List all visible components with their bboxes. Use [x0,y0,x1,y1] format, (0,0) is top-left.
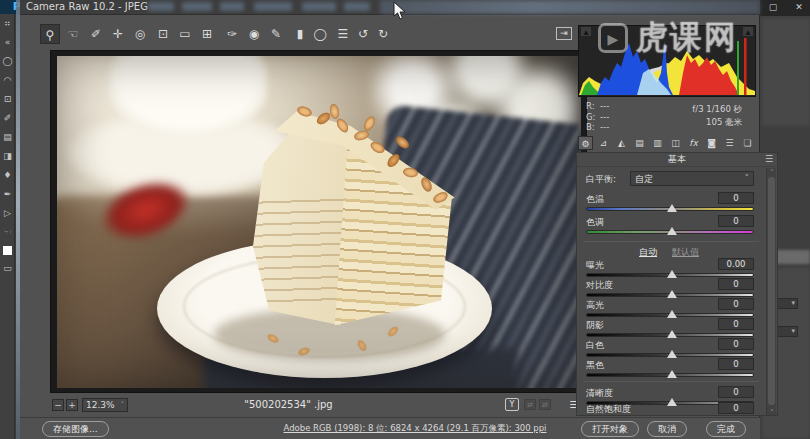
scroll-up-icon[interactable]: ˄ [767,168,777,175]
exposure-slider[interactable] [586,273,754,277]
highlight-clipping-icon[interactable]: ▲ [743,27,753,36]
adjustment-brush-tool[interactable]: ✎ [266,24,286,44]
before-after-swap-button[interactable]: ⇄ [524,399,536,410]
tab-hsl-grayscale[interactable]: ▤ [632,136,647,150]
background-color-swatch[interactable]: ▭ [0,259,15,278]
brush-tool-icon[interactable]: ✐ [0,109,15,128]
slider-thumb[interactable] [667,204,677,212]
hand-tool[interactable]: ☜ [63,24,83,44]
slider-thumb[interactable] [667,290,677,298]
whites-value[interactable]: 0 [718,338,754,350]
done-button[interactable]: 完成 [706,421,746,437]
foreground-color-swatch[interactable] [3,246,12,255]
contrast-value[interactable]: 0 [718,278,754,290]
white-balance-value: 自定 [635,174,653,184]
maximize-button[interactable]: ▢ [766,1,780,14]
open-object-button[interactable]: 打开对象 [581,421,639,437]
shadows-value[interactable]: 0 [718,318,754,330]
slider-thumb[interactable] [667,227,677,235]
auto-link[interactable]: 自动 [639,247,657,257]
rgb-values: R:--- G:--- B:--- [586,101,609,133]
crop-tool-icon[interactable]: ⊡ [0,90,15,109]
default-link[interactable]: 默认值 [672,247,699,257]
toggle-fullscreen-button[interactable]: ⇥ [556,27,572,40]
tint-slider[interactable] [586,230,754,234]
rotate-left-button[interactable]: ↺ [353,24,373,44]
targeted-adjustment-tool[interactable]: ◎ [130,24,150,44]
white-balance-select[interactable]: 自定 ˅ [630,171,754,186]
radial-filter-tool[interactable]: ◯ [310,24,330,44]
temperature-value[interactable]: 0 [718,192,754,204]
close-button[interactable]: ✕ [792,1,806,14]
slider-thumb[interactable] [667,310,677,318]
collapse-panels-icon[interactable]: « [0,33,15,52]
before-after-copy-button[interactable]: ⇄ [539,399,551,410]
tint-label: 色调 [586,216,604,229]
blacks-slider[interactable] [586,373,754,377]
vibrance-value[interactable]: 0 [718,402,754,414]
spot-removal-tool[interactable]: ✑ [222,24,242,44]
contrast-label: 对比度 [586,279,613,292]
hand-tool-icon[interactable]: ☜ [0,223,15,242]
eraser-tool-icon[interactable]: ◨ [0,147,15,166]
ps-tool-icon[interactable]: ⠶ [0,14,15,33]
cancel-button[interactable]: 取消 [647,421,687,437]
preferences-button[interactable]: ☰ [333,24,353,44]
slider-thumb[interactable] [667,350,677,358]
exposure-value[interactable]: 0.00 [718,258,754,270]
panel-menu-icon[interactable]: ☰ [765,154,773,164]
straighten-tool[interactable]: ▭ [175,24,195,44]
stamp-tool-icon[interactable]: ▤ [0,128,15,147]
whites-slider[interactable] [586,353,754,357]
tab-detail[interactable]: ◭ [614,136,629,150]
preview-mode-toggle[interactable]: Y [505,398,519,411]
shadows-control: 阴影 0 [586,319,754,339]
workflow-options-link[interactable]: Adobe RGB (1998): 8 位: 6824 x 4264 (29.1… [250,423,580,435]
tab-tone-curve[interactable]: ⊿ [596,136,611,150]
rotate-right-button[interactable]: ↻ [373,24,393,44]
shadows-label: 阴影 [586,319,604,332]
blur-tool-icon[interactable]: ♦ [0,166,15,185]
zoom-tool[interactable]: ⚲ [40,24,60,44]
dialog-titlebar[interactable]: Camera Raw 10.2 - JPEG [20,0,760,15]
histogram[interactable]: ▲ ▲ [578,25,756,97]
temperature-slider[interactable] [586,207,754,211]
lasso-tool-icon[interactable]: ◠ [0,71,15,90]
shadows-slider[interactable] [586,333,754,337]
tint-control: 色调 0 [586,216,754,236]
photo-preview[interactable] [57,56,581,388]
save-image-button[interactable]: 存储图像... [42,421,109,437]
pen-tool-icon[interactable]: ✒ [0,185,15,204]
tab-snapshots[interactable]: ❏ [740,136,755,150]
slider-thumb[interactable] [667,370,677,378]
tab-split-toning[interactable]: ▥ [650,136,665,150]
white-balance-tool[interactable]: ✐ [86,24,106,44]
red-eye-tool[interactable]: ◉ [244,24,264,44]
shadow-clipping-icon[interactable]: ▲ [581,27,591,36]
scrollbar-thumb[interactable] [768,177,775,405]
transform-tool[interactable]: ⊞ [197,24,217,44]
blacks-value[interactable]: 0 [718,358,754,370]
marquee-tool-icon[interactable]: ◯ [0,52,15,71]
slider-thumb[interactable] [667,270,677,278]
tint-value[interactable]: 0 [718,215,754,227]
crop-tool[interactable]: ⊡ [153,24,173,44]
highlights-value[interactable]: 0 [718,298,754,310]
tab-effects[interactable]: fx [686,136,701,150]
chevron-down-icon: ˅ [745,173,750,183]
tab-basic[interactable]: ⚙ [578,136,593,150]
preview-canvas[interactable] [50,50,587,393]
tab-camera-calibration[interactable]: ◙ [704,136,719,150]
clarity-value[interactable]: 0 [718,386,754,398]
tab-lens-corrections[interactable]: ◫ [668,136,683,150]
screen: Ps ⠶ « ◯ ◠ ⊡ ✐ ▤ ◨ ♦ ✒ ▷ ☜ ▭ ⋮ ▾ ▾ ▢ ✕ C… [0,0,810,439]
slider-thumb[interactable] [667,330,677,338]
panel-scrollbar[interactable]: ˄ ˅ [766,168,776,415]
color-sampler-tool[interactable]: ✛ [108,24,128,44]
graduated-filter-tool[interactable]: ▮ [290,24,310,44]
highlights-slider[interactable] [586,313,754,317]
path-select-tool-icon[interactable]: ▷ [0,204,15,223]
scroll-down-icon[interactable]: ˅ [767,408,777,415]
contrast-slider[interactable] [586,293,754,297]
tab-presets[interactable]: ☰ [722,136,737,150]
